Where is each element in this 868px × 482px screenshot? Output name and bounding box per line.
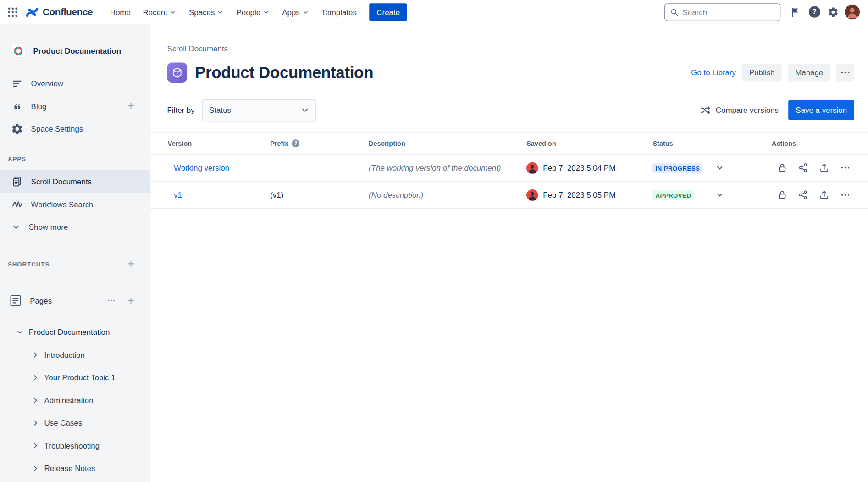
nav-people[interactable]: People [232, 4, 275, 20]
nav-spaces[interactable]: Spaces [184, 4, 229, 20]
status-cell: APPROVED [652, 190, 772, 200]
page-title: Product Documentation [195, 63, 373, 82]
chevron-right-icon[interactable] [31, 464, 40, 472]
prefix-cell: (v1) [270, 190, 369, 199]
saver-avatar [526, 189, 538, 200]
confluence-home-link[interactable]: Confluence [26, 5, 93, 18]
chevron-down-icon[interactable] [16, 327, 24, 336]
tree-item-label: Your Product Topic 1 [44, 373, 116, 382]
saved-on-cell: Feb 7, 2023 5:04 PM [526, 162, 652, 173]
nav-templates[interactable]: Templates [316, 4, 362, 20]
manage-button[interactable]: Manage [788, 64, 830, 82]
sidebar-item-space-settings[interactable]: Space Settings [0, 117, 150, 140]
chevron-right-icon[interactable] [31, 418, 40, 427]
versions-table: Version Prefix ? Description Saved on St… [150, 132, 868, 209]
row-more-button[interactable] [840, 189, 851, 200]
version-cell: v1 [168, 190, 270, 200]
publish-button[interactable]: Publish [742, 64, 782, 82]
add-page-button[interactable] [125, 295, 137, 306]
column-header-actions: Actions [772, 139, 854, 147]
version-row: Working version (The working version of … [150, 155, 868, 182]
row-more-button[interactable] [840, 162, 851, 173]
filter-toolbar: Filter by Status [167, 99, 854, 121]
status-cell: IN PROGRESS [652, 163, 772, 173]
description-cell: (No description) [369, 190, 526, 199]
nav-recent[interactable]: Recent [138, 4, 182, 20]
help-button[interactable]: ? [805, 2, 824, 21]
sidebar-item-blog[interactable]: Blog [0, 94, 150, 117]
overview-icon [11, 77, 23, 89]
status-dropdown-button[interactable] [715, 190, 725, 200]
search-input[interactable] [683, 7, 775, 16]
sidebar-item-show-more[interactable]: Show more [0, 216, 150, 238]
apps-section-header: APPS [0, 155, 150, 162]
share-button[interactable] [798, 162, 809, 173]
profile-button[interactable] [843, 2, 862, 21]
scroll-documents-icon [11, 175, 23, 188]
create-button[interactable]: Create [370, 3, 407, 21]
status-filter-select[interactable]: Status [202, 99, 316, 121]
space-sidebar: Product Documentation Overview Blog [0, 24, 150, 482]
breadcrumb[interactable]: Scroll Documents [167, 44, 228, 53]
permissions-button[interactable] [777, 189, 788, 200]
search-box[interactable] [664, 3, 781, 21]
chevron-right-icon[interactable] [31, 441, 40, 450]
go-to-library-link[interactable]: Go to Library [691, 68, 736, 77]
tree-item[interactable]: Release Notes [0, 457, 150, 479]
chevron-down-icon [300, 105, 310, 115]
tree-item-label: Use Cases [44, 418, 83, 427]
more-actions-button[interactable] [836, 64, 854, 82]
shuffle-icon [700, 105, 711, 116]
nav-templates-label: Templates [321, 7, 357, 16]
add-shortcut-button[interactable] [125, 258, 137, 270]
page-tree: Product Documentation Introduction Your … [0, 321, 150, 479]
compare-versions-button[interactable]: Compare versions [700, 105, 779, 116]
export-button[interactable] [819, 162, 830, 173]
sidebar-item-pages[interactable]: Pages [0, 288, 150, 313]
pages-icon [9, 294, 22, 307]
top-navigation: Confluence Home Recent Spaces People App… [0, 0, 868, 24]
share-button[interactable] [798, 189, 809, 200]
tree-item[interactable]: Use Cases [0, 411, 150, 434]
ellipsis-icon [106, 296, 116, 306]
sidebar-item-label: Scroll Documents [31, 177, 92, 186]
export-button[interactable] [819, 189, 830, 200]
tree-item-root[interactable]: Product Documentation [0, 321, 150, 343]
version-link[interactable]: v1 [174, 190, 182, 199]
chevron-right-icon[interactable] [31, 350, 40, 359]
space-nav: Overview Blog Space Settings [0, 72, 150, 140]
nav-apps[interactable]: Apps [277, 4, 314, 20]
chevron-right-icon[interactable] [31, 396, 40, 404]
gear-icon [828, 6, 839, 17]
table-header-row: Version Prefix ? Description Saved on St… [150, 133, 868, 155]
shortcuts-header-label: SHORTCUTS [8, 260, 125, 267]
notifications-button[interactable] [786, 2, 805, 21]
tree-item-label: Introduction [44, 350, 85, 359]
app-grid-icon [6, 6, 19, 18]
apps-header-label: APPS [8, 155, 26, 162]
tree-item[interactable]: Troubleshooting [0, 434, 150, 457]
sidebar-item-scroll-documents[interactable]: Scroll Documents [0, 170, 150, 193]
user-avatar [845, 5, 860, 20]
sidebar-item-overview[interactable]: Overview [0, 72, 150, 94]
chevron-right-icon[interactable] [31, 373, 40, 382]
save-a-version-button[interactable]: Save a version [789, 100, 854, 120]
tree-item[interactable]: Administration [0, 389, 150, 411]
chevron-down-icon [216, 8, 224, 16]
add-blog-button[interactable] [125, 100, 137, 112]
prefix-help-icon[interactable]: ? [292, 139, 300, 147]
status-dropdown-button[interactable] [715, 163, 725, 173]
chevron-down-icon [262, 8, 270, 16]
lock-icon [777, 189, 788, 200]
space-header[interactable]: Product Documentation [0, 39, 150, 63]
settings-button[interactable] [824, 2, 842, 21]
pages-more-button[interactable] [105, 294, 117, 307]
permissions-button[interactable] [777, 162, 788, 173]
nav-home-label: Home [110, 7, 131, 16]
sidebar-item-workflows-search[interactable]: Workflows Search [0, 193, 150, 215]
version-link[interactable]: Working version [174, 163, 229, 172]
nav-home[interactable]: Home [105, 4, 136, 20]
tree-item[interactable]: Introduction [0, 343, 150, 366]
app-switcher-button[interactable] [3, 2, 22, 21]
tree-item[interactable]: Your Product Topic 1 [0, 366, 150, 388]
